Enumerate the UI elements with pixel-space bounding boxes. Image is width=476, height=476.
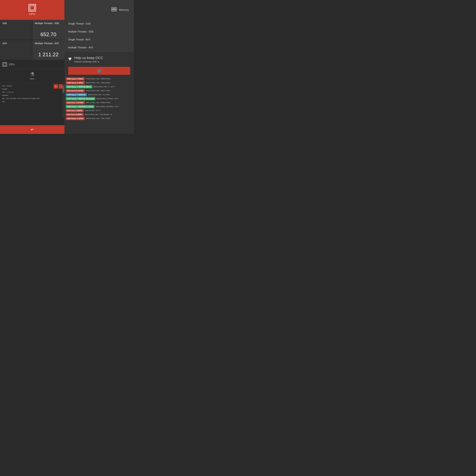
left-panel: CPU SSE Multiple Threads - SSE 652.70 AV… [0,0,65,134]
rank-item: AMD Ryzen 7 5800X3D (Lowest)3400.00 MHz … [66,105,133,108]
rank-details: 3400.00 MHz ( Min : 4.14 MHz - [88,94,111,96]
cpu-icon [29,4,36,12]
log-line-2: started [2,87,63,91]
rankings-list: AMD Ryzen 9 5900X3700.00 MHz ( Min : 409… [65,77,134,134]
sse-multi-value: 652.70 [35,32,62,37]
rank-item: AMD Ryzen 3 3250U2600.00 MHz ( Min : 275… [66,117,133,120]
log-line-3: AVX : 1 211.22 [2,91,63,94]
test-item-single-sse[interactable]: Single Thread - SSE [65,20,134,28]
rank-item: AMD Ryzen 7 5800X3D (Average)3400.00 MHz… [66,97,133,100]
avx-multi-value: 1 211.22 [35,51,62,57]
test-list: Single Thread - SSE Multiple Threads - S… [65,20,134,52]
scroll-thumb [63,85,65,93]
log-line-6: sful [2,100,63,103]
left-bottom: CPU ⚗ AVX ⧉ ↑ AVX : 160.81 started AVX :… [0,60,65,134]
log-buttons: ⧉ ↑ [53,84,63,89]
flask-icon: ⚗ [30,72,34,77]
promo-heading: Help us keep OCC [74,55,103,60]
memory-icon [111,6,117,14]
rank-item: AMD Ryzen 7 5800X3D (Best)3400.00 MHz ( … [66,85,133,88]
memory-label: Memory [119,8,129,12]
log-text: AVX : 160.81 started AVX : 1 211.22 mple… [2,85,63,103]
rank-badge[interactable]: AMD Ryzen 7 5800X3D [66,93,87,96]
copy-log-button[interactable]: ⧉ [53,84,58,89]
rank-details: 3400.00 MHz ( Min : 2 - 107 V [93,86,115,88]
rank-details: 3800.00 MHz ( Min : 5099.97 MHz - [86,102,111,104]
rank-item: Intel Core i5-6500T2500.00 MHz ( Min : 2… [66,113,133,116]
avx-multi-cell: Multiple Threads - AVX 1 211.22 [32,40,65,60]
promo-content: Help us keep OCC Unlock rankings with a [74,55,103,63]
rank-details: 3400.00 MHz ( Min MHz) - 123 V [95,106,119,108]
log-line-1: AVX : 160.81 [2,85,63,87]
avx-section[interactable]: ⚗ AVX [0,69,65,83]
rank-badge[interactable]: AMD Ryzen 7 5800X3D (Lowest) [66,105,94,108]
svg-rect-3 [115,8,116,10]
rank-badge[interactable]: Intel Core i5-6500T [66,113,84,116]
rank-badge[interactable]: Intel Core i7-10700K [66,101,85,104]
rank-item: Intel Core i7-5820K3300.00 MHz - 0.77 V [66,109,133,112]
log-line-5: ase - this may take a few minutes for lo… [2,97,63,100]
nav-cpu-section[interactable]: CPU [0,60,65,69]
right-panel: Memory Single Thread - SSE Multiple Thre… [65,0,134,134]
svg-rect-2 [114,8,114,10]
sse-multi-cell: Multiple Threads - SSE 652.70 [32,20,65,40]
rank-badge[interactable]: Intel Core i7-5820K [66,109,84,112]
log-scrollbar[interactable] [63,83,65,118]
rank-badge[interactable]: Intel Core i9-11900K [66,89,85,92]
rank-item: AMD Ryzen 9 5900X3700.00 MHz ( Min : 409… [66,77,133,81]
sse-multi-label: Multiple Threads - SSE [35,22,62,25]
rank-details: 2600.00 MHz ( Min : 2759.73 MHz [86,118,110,120]
rank-details: 3500.00 MHz ( Min : 4815.77 MHz - [86,90,111,92]
rank-item: Intel Core i7-10700K3800.00 MHz ( Min : … [66,101,133,104]
svg-rect-1 [112,8,113,10]
sse-label-cell: SSE [0,20,32,40]
rank-details: 2500.00 MHz ( Min : 2793.49 MHz - N [85,114,112,116]
rank-details: 3400.00 MHz ( N MHz) - 126 V [96,98,118,100]
avx-nav-label: AVX [30,78,34,80]
log-line-4: mpleted [2,94,63,97]
nav-cpu-icon [2,62,7,67]
log-section: ⧉ ↑ AVX : 160.81 started AVX : 1 211.22 … [0,83,65,125]
nav-cpu-label: CPU [9,63,15,66]
rank-details: 3800.00 MHz ( Min : 3790.28 MHz - [86,82,111,84]
avx-label-cell: AVX [0,40,32,60]
rank-details: 3700.00 MHz ( Min : 4095.66 MHz - [86,78,111,80]
left-header: CPU [0,0,65,20]
promo-section: ♥ Help us keep OCC Unlock rankings with … [65,52,134,67]
rank-badge[interactable]: AMD Ryzen 9 5900X [66,77,85,81]
rank-badge[interactable]: AMD Ryzen 7 5800X3D (Best) [66,85,92,88]
rank-item: Intel Core i9-11900K3500.00 MHz ( Min : … [66,89,133,92]
sse-label: SSE [2,22,30,25]
avx-multi-label: Multiple Threads - AVX [35,42,62,45]
rank-badge[interactable]: AMD Ryzen 7 5800X3D (Average) [66,97,95,100]
benchmark-grid: SSE Multiple Threads - SSE 652.70 AVX Mu… [0,20,65,60]
enter-icon: ↵ [31,127,34,132]
bottom-bar[interactable]: ↵ [0,125,65,134]
rank-badge[interactable]: AMD Ryzen 3 3250U [66,117,85,120]
right-header: Memory [65,0,134,20]
heart-icon: ♥ [68,55,72,62]
cpu-header-label: CPU [29,13,35,16]
promo-subtext: Unlock rankings with a [74,60,103,63]
globe-icon: 🌐 [97,69,101,72]
avx-label: AVX [2,42,30,45]
rank-item: AMD Ryzen 9 3900X3800.00 MHz ( Min : 379… [66,81,133,85]
test-item-multi-sse[interactable]: Multiple Threads - SSE [65,28,134,36]
test-item-multi-avx[interactable]: Multiple Threads - AVX [65,44,134,51]
test-item-single-avx[interactable]: Single Thread - AVX [65,36,134,44]
globe-button[interactable]: 🌐 [68,67,130,75]
rank-badge[interactable]: AMD Ryzen 9 3900X [66,81,85,85]
rank-item: AMD Ryzen 7 5800X3D3400.00 MHz ( Min : 4… [66,93,133,96]
rank-details: 3300.00 MHz - 0.77 V [85,110,101,112]
